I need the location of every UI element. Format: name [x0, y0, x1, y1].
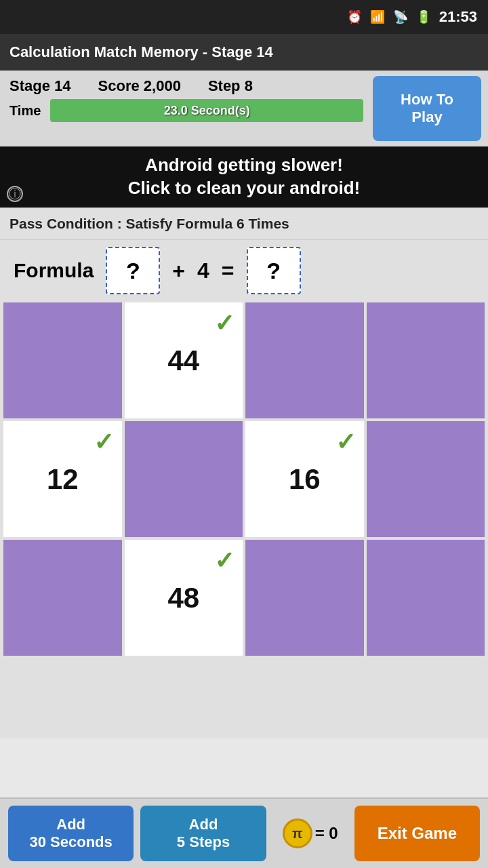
cell-value: 16	[289, 463, 321, 496]
cell-value: 12	[47, 463, 79, 496]
grid-cell-10[interactable]	[244, 538, 365, 657]
pi-score: π = 0	[273, 818, 348, 848]
score-label: Score 2,000	[98, 77, 181, 95]
stage-label: Stage 14	[9, 77, 71, 95]
how-to-play-button[interactable]: How To Play	[373, 76, 481, 141]
grid-cell-3[interactable]	[365, 301, 487, 420]
bottom-space	[0, 657, 488, 738]
step-label: Step 8	[208, 77, 253, 95]
checkmark-icon: ✓	[94, 428, 114, 456]
time-label: Time	[9, 103, 41, 119]
time-value: 23.0 Second(s)	[164, 104, 250, 118]
formula-operator: +	[172, 258, 185, 283]
time-bar: 23.0 Second(s)	[50, 99, 363, 122]
formula-middle: 4	[197, 258, 209, 283]
grid-cell-1[interactable]: ✓44	[123, 301, 245, 420]
grid-cell-11[interactable]	[365, 538, 487, 657]
grid-cell-2[interactable]	[244, 301, 365, 420]
wifi-icon: 📶	[370, 9, 385, 24]
formula-left-box[interactable]: ?	[106, 247, 160, 294]
pass-condition: Pass Condition : Satisfy Formula 6 Times	[0, 208, 488, 240]
status-bar: ⏰ 📶 📡 🔋 21:53	[0, 0, 488, 34]
formula-row: Formula ? + 4 = ?	[0, 240, 488, 301]
pi-coin: π	[283, 818, 312, 848]
formula-equals: =	[222, 258, 235, 283]
grid-cell-9[interactable]: ✓48	[123, 538, 245, 657]
add-5-steps-button[interactable]: Add 5 Steps	[140, 806, 266, 861]
signal-icon: 📡	[393, 9, 408, 24]
battery-icon: 🔋	[416, 9, 431, 24]
add-30-seconds-button[interactable]: Add 30 Seconds	[8, 806, 134, 861]
grid-cell-4[interactable]: ✓12	[2, 420, 123, 538]
formula-label: Formula	[14, 259, 94, 282]
checkmark-icon: ✓	[336, 428, 356, 456]
checkmark-icon: ✓	[214, 547, 235, 575]
title-bar: Calculation Match Memory - Stage 14	[0, 34, 488, 71]
app-title: Calculation Match Memory - Stage 14	[9, 43, 273, 61]
info-row: Stage 14 Score 2,000 Step 8 Time 23.0 Se…	[0, 71, 488, 146]
grid-cell-5[interactable]	[123, 420, 245, 538]
game-grid: ✓44✓12✓16✓48	[0, 301, 488, 657]
cell-value: 44	[167, 344, 199, 377]
grid-cell-7[interactable]	[365, 420, 487, 538]
bottom-bar: Add 30 Seconds Add 5 Steps π = 0 Exit Ga…	[0, 797, 488, 868]
checkmark-icon: ✓	[214, 309, 235, 338]
info-icon: ⓘ	[7, 186, 23, 202]
ad-banner[interactable]: Android getting slower! Click to clean y…	[0, 146, 488, 208]
ad-text: Android getting slower! Click to clean y…	[128, 154, 360, 200]
cell-value: 48	[167, 582, 199, 614]
info-left: Stage 14 Score 2,000 Step 8 Time 23.0 Se…	[0, 71, 373, 146]
exit-game-button[interactable]: Exit Game	[354, 806, 480, 861]
alarm-icon: ⏰	[347, 9, 362, 24]
status-time: 21:53	[439, 8, 477, 26]
pass-condition-text: Pass Condition : Satisfy Formula 6 Times	[9, 216, 289, 232]
grid-cell-6[interactable]: ✓16	[244, 420, 365, 538]
stage-score-row: Stage 14 Score 2,000 Step 8	[9, 77, 363, 95]
grid-cell-0[interactable]	[2, 301, 123, 420]
pi-score-value: = 0	[315, 824, 338, 843]
formula-right-box[interactable]: ?	[247, 247, 301, 294]
grid-cell-8[interactable]	[2, 538, 123, 657]
time-row: Time 23.0 Second(s)	[9, 99, 363, 122]
